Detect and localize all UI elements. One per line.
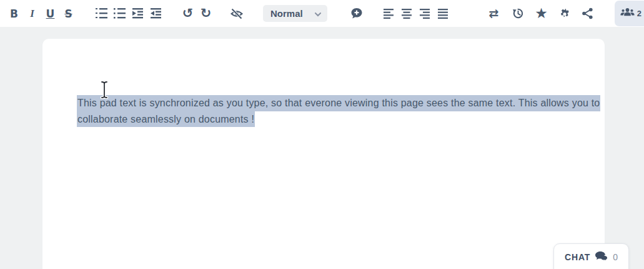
share-icon[interactable] [578, 4, 597, 23]
settings-gear-icon[interactable] [555, 4, 573, 23]
outdent-icon[interactable] [147, 4, 165, 23]
align-right-icon[interactable] [415, 4, 433, 23]
underline-button[interactable]: U [41, 4, 59, 23]
add-comment-icon[interactable] [347, 4, 365, 23]
editor-toolbar: B I U S ↺ ↻ [0, 0, 644, 27]
indent-icon[interactable] [129, 4, 147, 23]
history-icon[interactable] [509, 4, 527, 23]
pad-document-card: This pad text is synchronized as you typ… [42, 39, 605, 269]
users-count: 2 [637, 9, 642, 18]
chat-bubbles-icon [595, 251, 608, 264]
redo-icon[interactable]: ↻ [197, 4, 215, 23]
paragraph-style-dropdown[interactable]: Normal [263, 5, 327, 22]
paragraph-style-value: Normal [270, 8, 303, 19]
selected-text-line[interactable]: This pad text is synchronized as you typ… [77, 95, 600, 111]
users-group-icon [620, 7, 635, 21]
chevron-down-icon [315, 8, 321, 19]
selected-text-line[interactable]: collaborate seamlessly on documents ! [77, 111, 255, 128]
chat-label: CHAT [565, 252, 590, 262]
connected-users-button[interactable]: 2 [615, 1, 644, 26]
bold-button[interactable]: B [5, 4, 23, 23]
align-justify-icon[interactable] [433, 4, 452, 23]
chat-toggle-button[interactable]: CHAT 0 [553, 243, 629, 269]
unordered-list-icon[interactable] [111, 4, 129, 23]
align-left-icon[interactable] [379, 4, 397, 23]
star-favorite-icon[interactable]: ★ [532, 4, 550, 23]
undo-icon[interactable]: ↺ [179, 4, 197, 23]
chat-unread-count: 0 [613, 252, 618, 262]
align-center-icon[interactable] [397, 4, 415, 23]
italic-button[interactable]: I [23, 4, 41, 23]
strikethrough-button[interactable]: S [59, 4, 77, 23]
pad-editor-surface[interactable]: This pad text is synchronized as you typ… [77, 95, 583, 127]
switch-pad-swap-icon[interactable]: ⇄ [485, 4, 503, 23]
hide-authorship-eye-off-icon[interactable] [227, 4, 245, 23]
ordered-list-icon[interactable] [92, 4, 111, 23]
